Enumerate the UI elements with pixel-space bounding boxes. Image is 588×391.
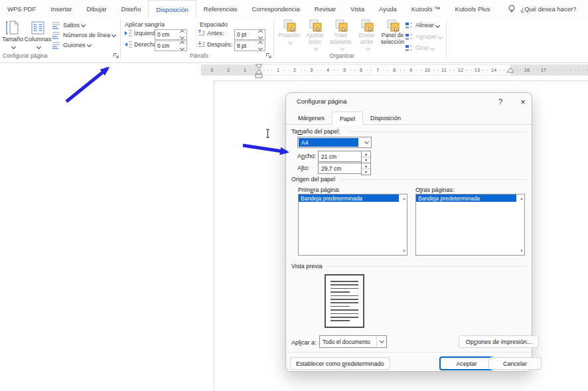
group-separator — [273, 20, 274, 60]
chevron-down-icon — [287, 39, 292, 44]
organizar-side-item[interactable]: Agrupar — [405, 32, 442, 41]
ribbon-tab[interactable]: Revisar — [307, 0, 343, 18]
indent-markers[interactable] — [255, 64, 263, 79]
dialog-close-button[interactable]: × — [518, 96, 528, 107]
lightbulb-icon — [508, 5, 516, 14]
ruler-number: 13 — [473, 67, 481, 73]
section-line — [348, 131, 527, 132]
ruler-number: 12 — [457, 67, 465, 73]
antes-input[interactable]: 0 pt — [234, 29, 265, 40]
ribbon-tab[interactable]: Ayuda — [372, 0, 404, 18]
ruler-number: 17 — [540, 67, 548, 73]
organizar-button[interactable]: Traer adelante — [328, 19, 354, 50]
organizar-button[interactable]: Panel de selección — [380, 19, 405, 50]
layout-menu-icon — [52, 31, 60, 39]
arrow-to-ancho-field — [243, 145, 287, 152]
otras-paginas-listbox[interactable]: Bandeja predeterminada ▲ ▼ — [415, 194, 525, 256]
spacing-before-icon — [198, 29, 206, 37]
section-line — [327, 266, 527, 267]
derecha-spinner[interactable] — [178, 42, 186, 50]
right-indent-marker[interactable] — [506, 66, 515, 74]
spin-up-icon[interactable]: ▲ — [362, 151, 370, 157]
spin-down-icon[interactable]: ▼ — [362, 169, 370, 175]
chevron-down-icon — [313, 46, 318, 50]
sangria-header: Aplicar sangría — [125, 21, 165, 28]
primera-pagina-listbox[interactable]: Bandeja predeterminada ▲ ▼ — [298, 194, 407, 256]
organizar-button[interactable]: Posición — [276, 19, 302, 50]
izquierda-spinner[interactable] — [178, 31, 186, 39]
derecha-input[interactable]: 0 cm — [155, 40, 187, 51]
ribbon-tab[interactable]: Correspondencia — [244, 0, 307, 18]
page-left-edge — [214, 80, 214, 391]
scroll-down-icon[interactable]: ▼ — [402, 248, 406, 254]
arrange-icon — [386, 19, 400, 33]
espaciado-header: Espaciado — [200, 21, 228, 28]
ribbon-tab[interactable]: Kutools Plus — [448, 0, 498, 18]
ribbon-tab[interactable]: Insertar — [43, 0, 79, 18]
despues-label: Después: — [207, 41, 232, 48]
despues-spinner[interactable] — [256, 42, 265, 50]
spin-down-icon[interactable]: ▼ — [362, 157, 370, 163]
ribbon-tab[interactable]: WPS PDF — [0, 0, 43, 18]
alto-spinner[interactable]: ▲▼ — [361, 163, 371, 175]
scroll-down-icon[interactable]: ▼ — [520, 248, 524, 254]
ribbon-tab[interactable]: Referencias — [196, 0, 245, 18]
establecer-predeterminado-button[interactable]: Establecer como predeterminado — [290, 357, 390, 370]
chevron-down-icon — [111, 33, 116, 37]
ruler-number: 6 — [358, 67, 364, 73]
ancho-input[interactable]: 21 cm — [318, 151, 364, 162]
layout-menu-item[interactable]: Números de línea — [52, 30, 115, 40]
configurar-pagina-dialog-launcher[interactable] — [113, 52, 119, 59]
ribbon-tab[interactable]: Dibujar — [80, 0, 114, 18]
columnas-button[interactable]: Columnas — [25, 20, 50, 48]
despues-input[interactable]: 8 pt — [234, 40, 265, 51]
organizar-side-item[interactable]: Girar — [405, 43, 442, 52]
alto-label: Alto: — [297, 165, 309, 171]
tray-list-item[interactable]: Bandeja predeterminada — [299, 195, 399, 202]
izquierda-input[interactable]: 0 cm — [155, 29, 187, 40]
aceptar-button[interactable]: Aceptar — [439, 356, 494, 370]
section-line — [340, 179, 527, 180]
alto-input[interactable]: 29,7 cm — [318, 163, 364, 174]
ancho-spinner[interactable]: ▲▼ — [361, 151, 371, 163]
chevron-down-icon — [362, 137, 371, 147]
ribbon-tab[interactable]: Disposición — [148, 0, 196, 19]
tamano-button[interactable]: Tamaño — [1, 20, 24, 48]
paper-size-combobox[interactable]: A4 — [297, 137, 372, 148]
layout-menu-item[interactable]: Guiones — [52, 40, 115, 50]
page-size-icon — [5, 20, 20, 36]
ribbon-tab[interactable]: Diseño — [114, 0, 149, 18]
indent-right-icon — [124, 41, 133, 48]
scroll-up-icon[interactable]: ▲ — [520, 196, 524, 201]
group-label-configurar-pagina: Configurar página — [3, 52, 48, 59]
aplicar-a-combobox[interactable]: Todo el documento — [319, 335, 387, 348]
organizar-side-item[interactable]: Alinear — [405, 21, 442, 30]
indent-left-icon — [124, 30, 133, 37]
parrafo-dialog-launcher[interactable] — [265, 52, 272, 59]
organizar-button[interactable]: Ajustar texto — [302, 19, 328, 50]
arrange-icon — [308, 19, 323, 33]
dialog-help-button[interactable]: ? — [495, 96, 506, 107]
dialog-tab[interactable]: Papel — [332, 112, 363, 125]
ribbon-tab[interactable]: Kutools ™ — [404, 0, 448, 18]
paper-size-selected: A4 — [299, 138, 358, 147]
ruler-number: 2 — [226, 67, 231, 73]
cancelar-button[interactable]: Cancelar — [488, 357, 542, 370]
dialog-tab[interactable]: Márgenes — [291, 112, 332, 124]
preview-text-lines — [331, 281, 358, 321]
tray-list-item[interactable]: Bandeja predeterminada — [416, 195, 516, 202]
chevron-down-icon — [376, 336, 386, 347]
otras-paginas-label: Otras páginas: — [415, 187, 455, 193]
antes-spinner[interactable] — [256, 31, 265, 39]
scroll-up-icon[interactable]: ▲ — [402, 196, 406, 201]
layout-menu-item[interactable]: Saltos — [52, 20, 115, 30]
dialog-tab-underline — [286, 124, 532, 125]
ruler-number: 8 — [392, 67, 397, 73]
dialog-tab[interactable]: Disposición — [363, 112, 408, 124]
spin-up-icon[interactable]: ▲ — [362, 163, 370, 169]
ribbon-tab[interactable]: Vista — [343, 0, 372, 18]
organizar-button[interactable]: Enviar atrás — [354, 19, 380, 50]
tell-me-search[interactable]: ¿Qué desea hacer? — [508, 0, 576, 18]
opciones-impresion-button[interactable]: Opciones de impresión... — [459, 335, 539, 348]
ruler-number: 16 — [523, 67, 531, 73]
